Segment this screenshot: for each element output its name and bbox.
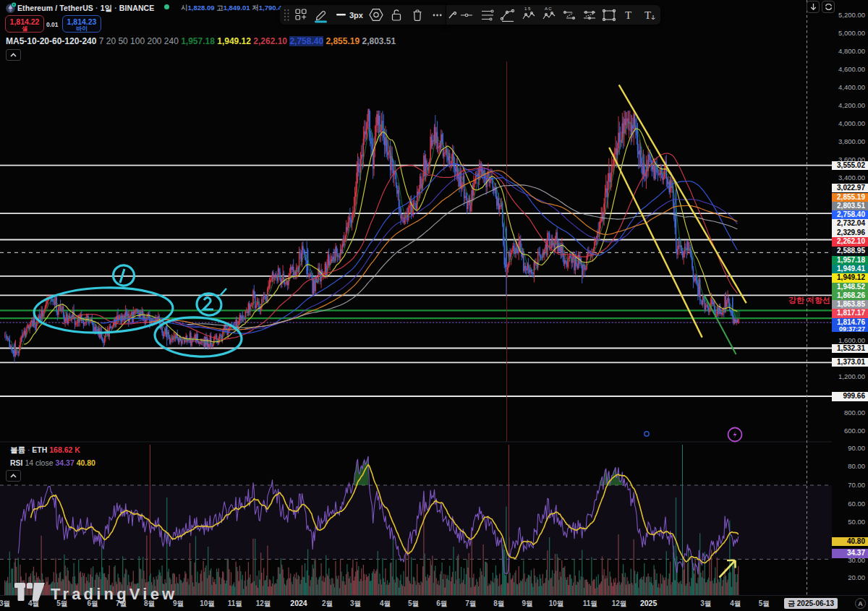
svg-text:T: T bbox=[644, 9, 651, 21]
svg-text:1 5: 1 5 bbox=[524, 7, 531, 11]
svg-text:T: T bbox=[625, 9, 631, 21]
svg-text:A C: A C bbox=[545, 7, 552, 11]
svg-text:강한 저항선: 강한 저항선 bbox=[788, 296, 830, 304]
svg-text:3px: 3px bbox=[349, 11, 364, 20]
